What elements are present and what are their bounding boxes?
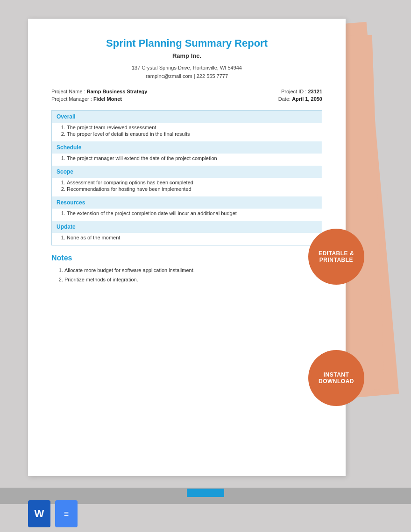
meta-section: Project Name : Ramp Business Strategy Pr… (51, 89, 322, 102)
address-line1: 137 Crystal Springs Drive, Hortonville, … (132, 65, 242, 70)
section-content-scope: Assessment for comparing options has bee… (52, 178, 322, 196)
docs-icon[interactable]: ≡ (55, 500, 78, 527)
bottom-tab (187, 489, 224, 497)
meta-row-project: Project Name : Ramp Business Strategy Pr… (51, 89, 322, 94)
notes-section: Notes Allocate more budget for software … (51, 254, 322, 285)
document-title: Sprint Planning Summary Report (51, 37, 322, 49)
project-id-label: Project ID : 23121 (281, 89, 322, 94)
word-icon[interactable]: W (28, 500, 50, 527)
list-item: Assessment for comparing options has bee… (67, 180, 317, 185)
section-content-overall: The project team reviewed assessmentThe … (52, 123, 322, 141)
project-date-label: Date: April 1, 2050 (278, 96, 322, 102)
address-line2: rampinc@zmail.com | 222 555 7777 (146, 73, 228, 79)
notes-item: Allocate more budget for software applic… (64, 266, 322, 275)
project-name-label: Project Name : Ramp Business Strategy (51, 89, 147, 94)
section-content-schedule: The project manager will extend the date… (52, 154, 322, 166)
project-manager-label: Project Manager : Fidel Monet (51, 96, 122, 102)
notes-list: Allocate more budget for software applic… (51, 266, 322, 285)
notes-title: Notes (51, 254, 322, 262)
project-id-value: 23121 (308, 89, 322, 94)
summary-table: OverallThe project team reviewed assessm… (51, 110, 322, 245)
project-date-value: April 1, 2050 (292, 96, 322, 102)
document-company: Ramp Inc. (51, 52, 322, 59)
list-item: The project team reviewed assessment (67, 125, 317, 130)
list-item: The extension of the project completion … (67, 210, 317, 216)
word-letter: W (35, 508, 44, 520)
document-address: 137 Crystal Springs Drive, Hortonville, … (51, 64, 322, 80)
section-header-resources: Resources (52, 196, 322, 209)
section-header-overall: Overall (52, 111, 322, 123)
section-header-scope: Scope (52, 166, 322, 178)
download-badge: INSTANTDOWNLOAD (308, 350, 364, 406)
meta-row-manager: Project Manager : Fidel Monet Date: Apri… (51, 96, 322, 102)
notes-item: Prioritize methods of integration. (64, 275, 322, 285)
document: Sprint Planning Summary Report Ramp Inc.… (28, 19, 346, 476)
file-icons-row: W ≡ (28, 500, 78, 527)
list-item: Recommendations for hosting have been im… (67, 186, 317, 192)
project-manager-value: Fidel Monet (93, 96, 122, 102)
editable-badge: EDITABLE &PRINTABLE (308, 229, 364, 285)
section-content-resources: The extension of the project completion … (52, 209, 322, 221)
list-item: None as of the moment (67, 235, 317, 240)
section-header-schedule: Schedule (52, 141, 322, 154)
list-item: The project manager will extend the date… (67, 155, 317, 161)
docs-letter: ≡ (64, 509, 69, 519)
section-header-update: Update (52, 221, 322, 233)
project-name-value: Ramp Business Strategy (87, 89, 148, 94)
list-item: The proper level of detail is ensured in… (67, 131, 317, 137)
section-content-update: None as of the moment (52, 233, 322, 245)
